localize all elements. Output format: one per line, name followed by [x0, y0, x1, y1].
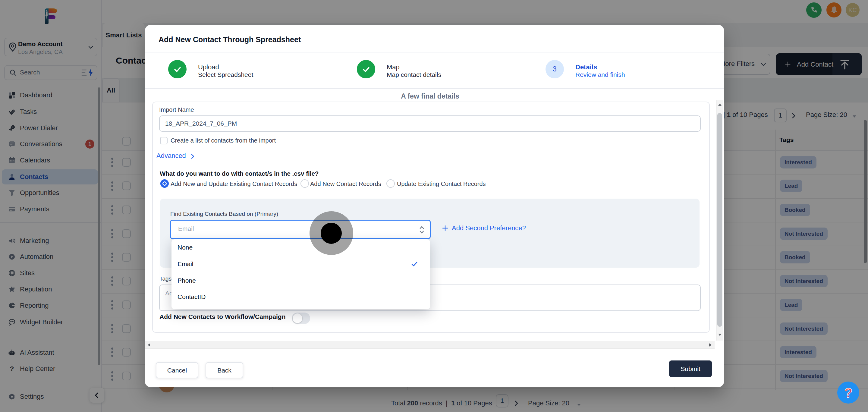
- svg-text:?: ?: [844, 385, 852, 400]
